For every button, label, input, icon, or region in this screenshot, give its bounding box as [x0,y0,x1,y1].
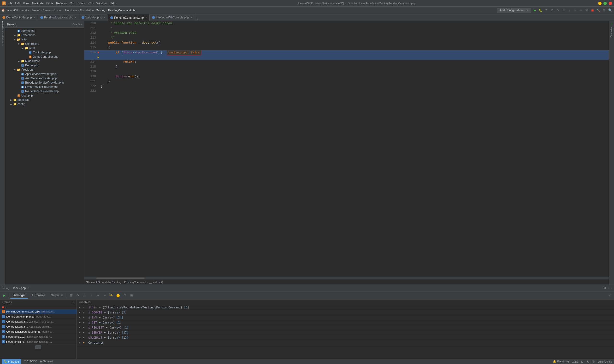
debug-file-tab[interactable]: index.php ✕ [11,286,31,290]
run-button[interactable]: ▶ [532,8,537,13]
debug-panel-expand-icon[interactable]: ⤢ [607,293,613,298]
var-item-request[interactable]: ▶ ≡ $_REQUEST = {array} [1] [77,325,614,330]
tab-close-interactswithconsole[interactable]: ✕ [190,16,192,19]
sidebar-item-exceptions[interactable]: ▶ 📁 Exceptions [5,33,84,37]
sidebar-item-middleware[interactable]: ▶ 📁 Middleware [5,59,84,63]
watch-button[interactable]: 👁 [584,8,589,13]
sidebar-item-controllers[interactable]: ▼ 📂 Controllers [5,42,84,46]
breakpoint-icon[interactable]: ● [97,51,99,54]
var-item-globals[interactable]: ▶ ≡ $GLOBALS = {array} [13] [77,335,614,340]
menu-window[interactable]: Window [97,2,107,5]
debug-minimize-icon[interactable]: − [608,286,613,290]
menu-code[interactable]: Code [46,2,53,5]
breadcrumb-framework[interactable]: framework [43,9,56,12]
breadcrumb-project[interactable]: 🏠 [1,9,5,12]
sidebar-minimize-icon[interactable]: − [81,23,82,26]
tab-console[interactable]: 🖥 Console [29,292,47,299]
tab-interactswithconsole[interactable]: InteractsWithConsole.php ✕ [150,14,195,21]
tab-democontroller[interactable]: DemoController.php ✕ [0,14,38,21]
sidebar-item-providers[interactable]: ▼ 📂 Providers [5,67,84,72]
tab-pendingbroadcast[interactable]: PendingBroadcast.php ✕ [38,14,79,21]
sidebar-item-auth[interactable]: ▶ 📁 Auth [5,46,84,50]
sidebar-item-authserviceprovider[interactable]: C AuthServiceProvider.php [5,76,84,80]
var-item-constants[interactable]: ▶ ◆ Constants [77,340,614,345]
step-over-button[interactable]: ↷ [556,8,560,13]
var-item-this[interactable]: ▶ ≡ $this = {Illuminate\Foundation\Testi… [77,305,614,310]
menu-refactor[interactable]: Refactor [56,2,67,5]
debug-settings-icon[interactable]: ⚙ [602,286,607,290]
frame-item-2[interactable]: C Controller.php:54, call_user_func_arra… [0,319,77,324]
menu-tools[interactable]: Tools [78,2,85,5]
sidebar-item-democontroller[interactable]: C DemoController.php [5,55,84,59]
database-icon[interactable]: Database [610,27,613,38]
debugger-resume-button[interactable]: ▶ [1,293,7,298]
menu-bar[interactable]: File Edit View Navigate Code Refactor Ru… [8,2,115,5]
todo-status-item[interactable]: ☑ 6: TODO [24,360,37,363]
evaluate-button[interactable]: ≡ [578,8,583,13]
add-configuration-button[interactable]: Add Configuration... ▼ [497,8,531,13]
debug-file-tab-close[interactable]: ✕ [27,287,29,289]
frames-up-icon[interactable]: ↑ [71,300,73,304]
breadcrumb-file[interactable]: PendingCommand.php [108,9,137,12]
tab-output[interactable]: Output ✕ [48,292,65,299]
frame-item-5[interactable]: C Route.php:219, Illuminate\Routing\R... [0,334,77,339]
stop-button[interactable]: ◼ [590,8,595,13]
tab-close-pendingbroadcast[interactable]: ✕ [75,16,77,19]
breadcrumb-illuminate[interactable]: Illuminate [65,9,77,12]
breadcrumb-laravel58[interactable]: Laravel58 [6,9,18,12]
frames-down-icon[interactable]: ↓ [73,300,75,304]
tab-output-close[interactable]: ✕ [61,294,63,297]
frame-item-4[interactable]: C ControllerDispatcher.php:45, Illumina.… [0,329,77,334]
code-area[interactable]: 210 * handle the object's destruction. 2… [84,21,609,277]
build-button[interactable]: 🔨 [596,8,600,13]
menu-vcs[interactable]: VCS [87,2,94,5]
tab-validator[interactable]: Validator.php ✕ [79,14,108,21]
close-button[interactable] [609,2,612,5]
frame-item-0[interactable]: C PendingCommand.php:216, Illuminate... [0,309,77,314]
sidebar-item-kernel-http[interactable]: C Kernel.php [5,63,84,67]
run-to-cursor-button[interactable]: ↪ [573,8,578,13]
maximize-button[interactable] [603,2,607,5]
breadcrumb-testing[interactable]: Testing [97,9,105,12]
editor-config-item[interactable]: EditorConfig [598,360,612,363]
var-item-server[interactable]: ▶ ≡ $_SERVER = {array} [87] [77,330,614,335]
tab-close-pendingcommand[interactable]: ✕ [145,16,147,19]
menu-edit[interactable]: Edit [15,2,20,5]
frames-add-icon[interactable]: + [5,306,6,308]
step-over-dbg-button[interactable]: ↷ [75,293,81,298]
var-item-get[interactable]: ▶ ≡ $_GET = {array} [1] [77,320,614,325]
event-log-item[interactable]: 🔔 Event Log [553,360,569,363]
tasks-button[interactable]: ⊞ [601,8,606,13]
sidebar-sync-icon[interactable]: ⟳ [72,23,75,26]
console-dbg-button[interactable]: ⊞ [129,293,135,298]
expand-debug-button[interactable]: ⤢ [607,293,613,298]
sidebar-item-eventserviceprovider[interactable]: C EventServiceProvider.php [5,85,84,89]
sidebar-item-http[interactable]: ▼ 📂 Http [5,37,84,42]
var-item-env[interactable]: ▶ ≡ $_ENV = {array} [34] [77,315,614,320]
breakpoints-dbg-button[interactable]: ⬤ [115,293,121,298]
sidebar-settings-icon[interactable]: ⚙ [77,23,80,26]
step-out-button[interactable]: ↑ [567,8,572,13]
menu-view[interactable]: View [23,2,29,5]
frame-item-3[interactable]: C Controller.php:54, App\Http\Controll..… [0,324,77,329]
tab-close-validator[interactable]: ✕ [103,16,105,19]
coverage-button[interactable]: ☂ [544,8,549,13]
step-out-dbg-button[interactable]: ↑ [88,293,94,298]
sidebar-collapse-icon[interactable]: ≡ [75,23,77,26]
encoding-item[interactable]: UTF-8 [587,360,595,363]
show-frames-button[interactable]: ☰ [68,293,74,298]
tab-pendingcommand[interactable]: PendingCommand.php ✕ [108,14,150,21]
sidebar-item-appserviceprovider[interactable]: C AppServiceProvider.php [5,72,84,76]
minimize-button[interactable] [598,2,601,5]
search-everywhere-button[interactable]: 🔍 [608,8,613,13]
menu-run[interactable]: Run [70,2,75,5]
debug-status-item[interactable]: 🐛 5: Debug [2,359,21,364]
sidebar-item-user[interactable]: C User.php [5,93,84,98]
sidebar-item-routeserviceprovider[interactable]: C RouteServiceProvider.php [5,89,84,93]
settings-dbg-button[interactable]: ⚙ [122,293,128,298]
menu-file[interactable]: File [8,2,12,5]
tab-debugger[interactable]: Debugger [10,292,28,299]
profile-button[interactable]: ⊙ [550,8,555,13]
more-tabs-button[interactable]: » [195,17,200,21]
step-into-button[interactable]: ↯ [561,8,566,13]
